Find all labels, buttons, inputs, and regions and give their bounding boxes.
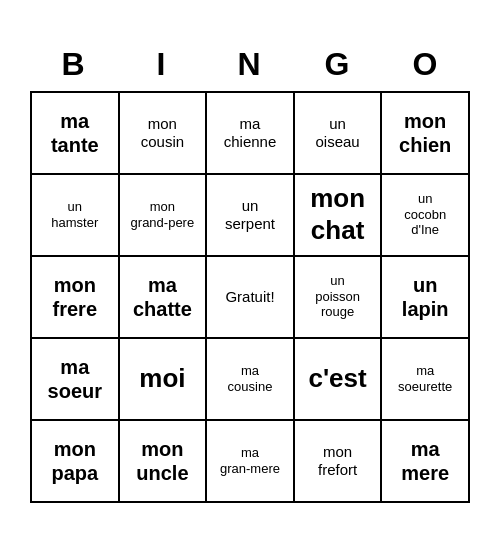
bingo-cell-r4-c4: mamere xyxy=(382,421,470,503)
bingo-cell-r4-c3: monfrefort xyxy=(295,421,383,503)
bingo-cell-r0-c1: moncousin xyxy=(120,93,208,175)
header-letter-g: G xyxy=(294,42,382,91)
bingo-cell-r3-c1: moi xyxy=(120,339,208,421)
bingo-cell-r4-c1: monuncle xyxy=(120,421,208,503)
header-letter-o: O xyxy=(382,42,470,91)
bingo-cell-r2-c1: machatte xyxy=(120,257,208,339)
bingo-cell-r1-c4: uncocobnd'Ine xyxy=(382,175,470,257)
bingo-cell-r4-c0: monpapa xyxy=(32,421,120,503)
bingo-cell-r1-c2: unserpent xyxy=(207,175,295,257)
bingo-cell-r3-c0: masoeur xyxy=(32,339,120,421)
bingo-cell-r2-c3: unpoissonrouge xyxy=(295,257,383,339)
bingo-cell-r0-c4: monchien xyxy=(382,93,470,175)
bingo-cell-r4-c2: magran-mere xyxy=(207,421,295,503)
bingo-cell-r2-c2: Gratuit! xyxy=(207,257,295,339)
bingo-cell-r3-c4: masoeurette xyxy=(382,339,470,421)
bingo-card: BINGO matantemoncousinmachienneunoiseaum… xyxy=(20,32,480,513)
header-letter-b: B xyxy=(30,42,118,91)
bingo-cell-r0-c2: machienne xyxy=(207,93,295,175)
bingo-cell-r3-c3: c'est xyxy=(295,339,383,421)
bingo-cell-r2-c0: monfrere xyxy=(32,257,120,339)
bingo-cell-r1-c0: unhamster xyxy=(32,175,120,257)
bingo-cell-r1-c3: monchat xyxy=(295,175,383,257)
bingo-cell-r2-c4: unlapin xyxy=(382,257,470,339)
bingo-grid: matantemoncousinmachienneunoiseaumonchie… xyxy=(30,91,470,503)
bingo-cell-r3-c2: macousine xyxy=(207,339,295,421)
bingo-cell-r1-c1: mongrand-pere xyxy=(120,175,208,257)
header-letter-n: N xyxy=(206,42,294,91)
header-letter-i: I xyxy=(118,42,206,91)
bingo-cell-r0-c0: matante xyxy=(32,93,120,175)
bingo-header: BINGO xyxy=(30,42,470,91)
bingo-cell-r0-c3: unoiseau xyxy=(295,93,383,175)
